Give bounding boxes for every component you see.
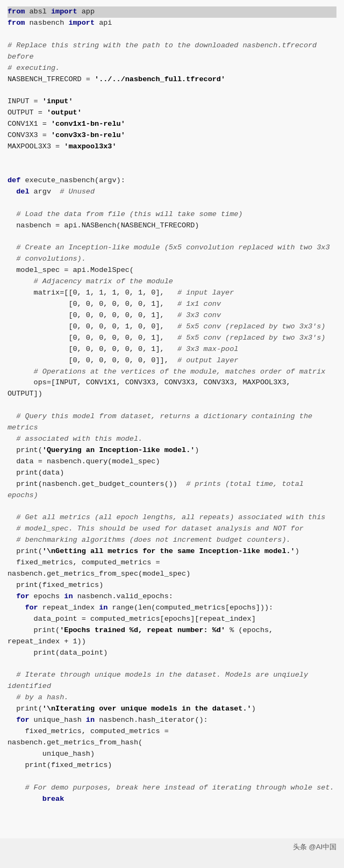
code-block: from absl import app from nasbench impor… [8,6,336,805]
footer: 头条 @AI中国 [0,838,344,857]
footer-text: 头条 @AI中国 [293,843,336,851]
code-container: from absl import app from nasbench impor… [0,0,344,838]
